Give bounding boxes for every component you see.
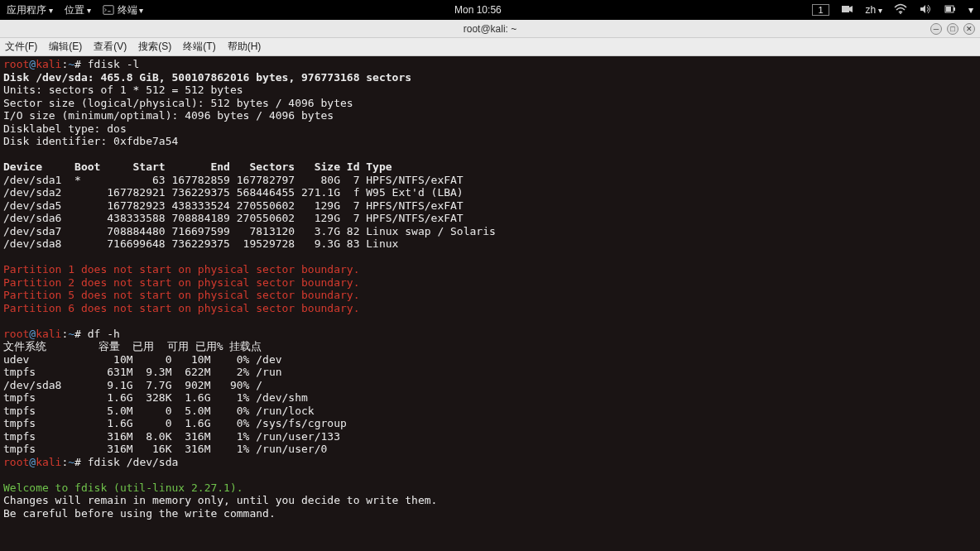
menu-view[interactable]: 查看(V) (94, 40, 127, 54)
terminal-launcher[interactable]: 终端 (103, 3, 144, 17)
fdisk-disk-line: Disk /dev/sda: (3, 71, 94, 84)
fdisk-io: I/O size (minimum/optimal): 4096 bytes /… (3, 109, 334, 122)
df-row: tmpfs 1.6G 328K 1.6G 1% /dev/shm (3, 391, 308, 404)
network-icon[interactable] (894, 3, 907, 17)
minimize-button[interactable]: ─ (930, 23, 942, 35)
df-row: tmpfs 1.6G 0 1.6G 0% /sys/fs/cgroup (3, 417, 347, 429)
fdisk-ident: Disk identifier: 0xfdbe7a54 (3, 135, 178, 147)
partition-warning: Partition 2 does not start on physical s… (3, 276, 359, 289)
command-2: df -h (88, 328, 120, 340)
partition-warning: Partition 5 does not start on physical s… (3, 289, 359, 301)
svg-rect-0 (103, 6, 113, 15)
partition-warning: Partition 6 does not start on physical s… (3, 302, 359, 314)
fdisk-label: Disklabel type: dos (3, 122, 127, 135)
video-record-icon[interactable] (841, 3, 854, 17)
clock[interactable]: Mon 10:56 (143, 4, 812, 16)
fdisk-sector: Sector size (logical/physical): 512 byte… (3, 97, 353, 109)
fdisk-note: Changes will remain in memory only, unti… (3, 494, 437, 506)
partition-header: Device Boot Start End Sectors Size Id Ty… (3, 161, 392, 173)
df-row: tmpfs 631M 9.3M 622M 2% /run (3, 366, 282, 378)
terminal-icon (103, 4, 114, 16)
volume-icon[interactable] (919, 3, 932, 17)
menu-bar: 文件(F) 编辑(E) 查看(V) 搜索(S) 终端(T) 帮助(H) (0, 38, 980, 56)
fdisk-units: Units: sectors of 1 * 512 = 512 bytes (3, 84, 243, 96)
battery-icon[interactable] (944, 3, 957, 17)
df-row: tmpfs 316M 16K 316M 1% /run/user/0 (3, 443, 327, 455)
df-row: /dev/sda8 9.1G 7.7G 902M 90% / (3, 379, 262, 391)
terminal-output[interactable]: root@kali:~# fdisk -l Disk /dev/sda: 465… (0, 56, 980, 551)
apps-menu[interactable]: 应用程序 (7, 3, 53, 17)
partition-row: /dev/sda6 438333588 708884189 270550602 … (3, 212, 464, 224)
command-1: fdisk -l (88, 58, 140, 70)
system-top-bar: 应用程序 位置 终端 Mon 10:56 1 zh ▾ (0, 0, 980, 20)
partition-row: /dev/sda7 708884480 716697599 7813120 3.… (3, 225, 496, 237)
window-title: root@kali: ~ (464, 23, 517, 35)
svg-rect-5 (946, 7, 951, 12)
menu-terminal[interactable]: 终端(T) (183, 40, 215, 54)
fdisk-welcome: Welcome to fdisk (util-linux 2.27.1). (3, 482, 243, 494)
command-3: fdisk /dev/sda (88, 456, 179, 468)
svg-point-2 (900, 12, 901, 14)
input-method[interactable]: zh (866, 4, 882, 16)
fdisk-note: Be careful before using the write comman… (3, 507, 276, 520)
menu-help[interactable]: 帮助(H) (228, 40, 262, 54)
svg-rect-1 (842, 6, 849, 12)
df-row: udev 10M 0 10M 0% /dev (3, 353, 282, 366)
menu-edit[interactable]: 编辑(E) (49, 40, 82, 54)
places-menu[interactable]: 位置 (65, 3, 91, 17)
df-row: tmpfs 316M 8.0K 316M 1% /run/user/133 (3, 430, 340, 443)
df-row: tmpfs 5.0M 0 5.0M 0% /run/lock (3, 405, 315, 417)
partition-row: /dev/sda1 * 63 167782859 167782797 80G 7… (3, 174, 464, 186)
close-button[interactable]: ✕ (963, 23, 975, 35)
partition-warning: Partition 1 does not start on physical s… (3, 263, 359, 276)
menu-file[interactable]: 文件(F) (5, 40, 37, 54)
maximize-button[interactable]: □ (947, 23, 958, 35)
partition-row: /dev/sda8 716699648 736229375 19529728 9… (3, 237, 398, 250)
menu-search[interactable]: 搜索(S) (138, 40, 171, 54)
partition-row: /dev/sda5 167782923 438333524 270550602 … (3, 199, 464, 212)
svg-rect-4 (954, 7, 955, 11)
window-titlebar: root@kali: ~ ─ □ ✕ (0, 20, 980, 38)
workspace-indicator[interactable]: 1 (812, 4, 829, 16)
partition-row: /dev/sda2 167782921 736229375 568446455 … (3, 186, 464, 199)
prompt-user: root (3, 58, 29, 70)
df-header: 文件系统 容量 已用 可用 已用% 挂载点 (3, 340, 262, 352)
system-menu-dropdown[interactable]: ▾ (968, 4, 973, 16)
